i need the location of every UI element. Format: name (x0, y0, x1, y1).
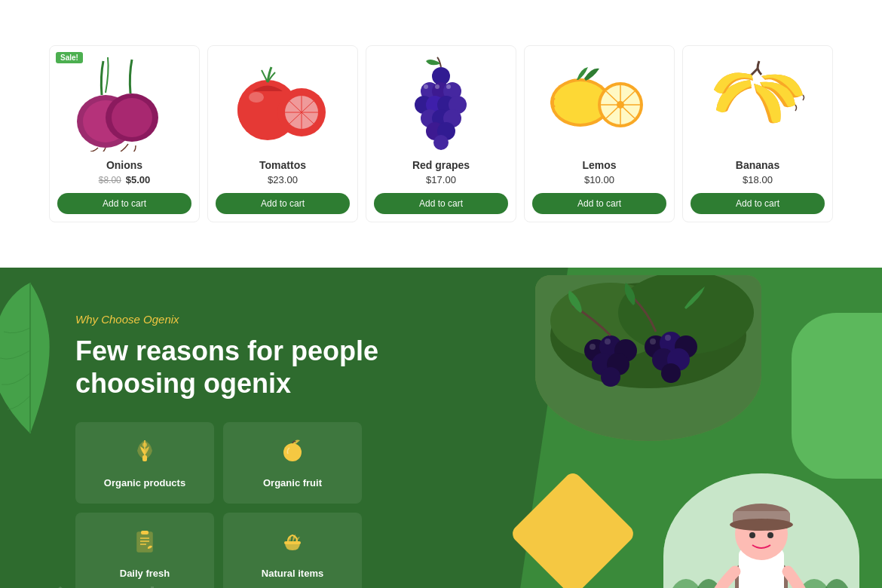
svg-point-99 (749, 532, 755, 538)
products-section: Sale! On (0, 0, 882, 268)
product-name: Bananas (736, 159, 779, 171)
svg-point-6 (249, 92, 264, 103)
product-image-bananas (697, 54, 818, 152)
natural-items-icon (279, 528, 306, 560)
add-to-cart-button[interactable]: Add to cart (691, 193, 825, 214)
yellow-diamond-shape (509, 470, 637, 588)
add-to-cart-button[interactable]: Add to cart (374, 193, 508, 214)
price-single: $18.00 (743, 174, 773, 185)
svg-point-26 (433, 135, 449, 150)
features-grid: Organic products Organic fruit (75, 422, 362, 588)
feature-card-organic-fruit: Organic fruit (223, 422, 362, 504)
svg-rect-39 (142, 455, 147, 461)
why-right-images (513, 268, 882, 588)
why-title: Few reasons for people choosing ogenix (75, 335, 482, 400)
svg-point-82 (605, 338, 611, 345)
svg-point-28 (435, 84, 439, 89)
product-name: Tomattos (259, 159, 306, 171)
svg-point-84 (665, 335, 671, 341)
price-new: $5.00 (126, 174, 151, 185)
price-single: $17.00 (426, 174, 456, 185)
svg-point-81 (590, 344, 596, 350)
product-card-tomattos: Tomattos $23.00 Add to cart (207, 45, 358, 222)
svg-point-29 (446, 84, 451, 89)
why-label: Why Choose Ogenix (75, 313, 482, 326)
product-image-lemos (539, 54, 660, 152)
product-card-lemos: Lemos $10.00 Add to cart (524, 45, 675, 222)
feature-card-daily-fresh: Daily fresh (75, 513, 214, 588)
svg-point-74 (601, 367, 620, 387)
organic-products-icon (131, 437, 158, 470)
organic-fruit-icon (279, 437, 306, 470)
feature-label: Natural items (262, 568, 323, 579)
product-prices: $23.00 (268, 174, 298, 185)
svg-point-27 (424, 84, 428, 89)
price-old: $8.00 (99, 175, 121, 185)
price-single: $23.00 (268, 174, 298, 185)
add-to-cart-button[interactable]: Add to cart (532, 193, 666, 214)
svg-point-40 (142, 443, 147, 447)
product-card-red-grapes: Red grapes $17.00 Add to cart (366, 45, 516, 222)
product-prices: $8.00 $5.00 (99, 174, 151, 185)
svg-point-38 (617, 101, 624, 109)
svg-rect-42 (137, 532, 152, 552)
why-left-content: Why Choose Ogenix Few reasons for people… (0, 268, 513, 588)
product-image-onions (64, 54, 185, 152)
feature-label: Organic products (104, 477, 185, 488)
sale-badge: Sale! (56, 52, 83, 63)
product-name: Lemos (582, 159, 616, 171)
svg-rect-47 (284, 541, 301, 544)
svg-point-98 (730, 519, 793, 531)
svg-point-80 (661, 363, 681, 383)
farmer-image (663, 473, 859, 588)
feature-label: Organic fruit (263, 477, 322, 488)
product-prices: $10.00 (584, 174, 614, 185)
product-prices: $18.00 (743, 174, 773, 185)
products-grid: Sale! On (45, 45, 837, 222)
product-name: Onions (106, 159, 142, 171)
product-card-onions: Sale! On (49, 45, 200, 222)
price-single: $10.00 (584, 174, 614, 185)
svg-rect-43 (141, 531, 149, 534)
image-cluster (513, 268, 882, 588)
green-shape-right (792, 313, 882, 479)
grapes-image (535, 275, 761, 441)
feature-label: Daily fresh (120, 568, 170, 579)
svg-point-3 (112, 98, 152, 137)
why-choose-section: Why Choose Ogenix Few reasons for people… (0, 268, 882, 588)
svg-point-100 (767, 532, 773, 538)
feature-card-natural-items: Natural items (223, 513, 362, 588)
product-card-bananas: Bananas $18.00 Add to cart (682, 45, 833, 222)
leaf-decoration (0, 283, 75, 433)
product-image-red-grapes (381, 54, 501, 152)
add-to-cart-button[interactable]: Add to cart (57, 193, 191, 214)
product-prices: $17.00 (426, 174, 456, 185)
daily-fresh-icon (131, 528, 158, 560)
product-image-tomattos (222, 54, 343, 152)
add-to-cart-button[interactable]: Add to cart (216, 193, 350, 214)
svg-point-41 (283, 443, 302, 461)
product-name: Red grapes (412, 159, 470, 171)
feature-card-organic-products: Organic products (75, 422, 214, 504)
svg-point-83 (650, 338, 656, 345)
